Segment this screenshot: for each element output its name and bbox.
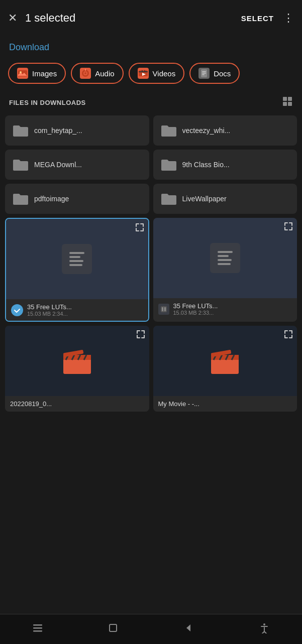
svg-rect-22 — [161, 306, 167, 312]
svg-rect-39 — [33, 624, 42, 626]
selection-count: 1 selected — [25, 12, 241, 25]
back-icon — [183, 622, 194, 636]
grid-view-icon[interactable] — [282, 96, 293, 109]
video-icon — [138, 68, 149, 79]
svg-point-2 — [20, 71, 22, 73]
file-info: 35 Free LUTs... 15.03 MB 2:34... — [6, 299, 148, 321]
file-size-date: 15.03 MB 2:34... — [27, 311, 143, 317]
zip-file-icon — [62, 244, 92, 274]
images-label: Images — [32, 69, 57, 78]
file-meta: 20220819_0... — [10, 400, 144, 408]
filter-audio[interactable]: Audio — [71, 63, 123, 84]
bottom-navigation — [0, 614, 302, 644]
video-file-item[interactable]: 20220819_0... — [5, 326, 149, 412]
folder-name: LiveWallpaper — [182, 195, 227, 203]
folder-name: com_heytap_... — [34, 126, 82, 135]
svg-point-6 — [84, 72, 86, 74]
expand-icon[interactable] — [135, 223, 144, 234]
svg-rect-18 — [283, 97, 287, 101]
docs-icon — [198, 68, 210, 79]
selected-checkmark — [11, 304, 23, 316]
folder-name: pdftoimage — [34, 195, 69, 203]
docs-label: Docs — [214, 69, 231, 78]
images-icon — [17, 68, 28, 79]
filter-images[interactable]: Images — [8, 63, 66, 84]
svg-point-44 — [263, 623, 265, 625]
filter-docs[interactable]: Docs — [189, 63, 240, 84]
hamburger-icon — [32, 622, 43, 636]
file-name: My Movie - -... — [158, 400, 292, 408]
svg-rect-16 — [202, 73, 206, 74]
folder-item[interactable]: pdftoimage — [5, 184, 149, 214]
file-info: 20220819_0... — [5, 396, 149, 412]
svg-rect-41 — [33, 630, 42, 632]
select-button[interactable]: SELECT — [241, 14, 274, 23]
partial-video-row: 20220819_0... My Movie - -... — [0, 326, 302, 412]
svg-rect-17 — [202, 74, 205, 75]
folder-name: 9th Class Bio... — [182, 161, 230, 169]
svg-rect-40 — [33, 627, 42, 629]
video-file-item[interactable]: My Movie - -... — [153, 326, 297, 412]
file-name: 35 Free LUTs... — [173, 302, 292, 310]
square-icon — [108, 622, 119, 636]
nav-accessibility-button[interactable] — [227, 622, 302, 636]
accessibility-icon — [259, 622, 270, 636]
video-thumbnail — [153, 326, 297, 396]
close-button[interactable]: ✕ — [8, 12, 17, 25]
expand-icon[interactable] — [136, 330, 145, 341]
file-meta: 35 Free LUTs... 15.03 MB 2:33... — [173, 302, 292, 316]
folder-item[interactable]: MEGA Downl... — [5, 150, 149, 180]
audio-icon — [80, 68, 91, 79]
more-menu-button[interactable]: ⋮ — [283, 12, 294, 25]
file-name: 35 Free LUTs... — [27, 303, 143, 311]
folder-item[interactable]: vecteezy_whi... — [153, 115, 297, 146]
nav-back-button[interactable] — [151, 622, 227, 636]
download-link[interactable]: Download — [0, 36, 302, 61]
folder-item[interactable]: com_heytap_... — [5, 115, 149, 146]
file-grid: com_heytap_... vecteezy_whi... MEGA Down… — [0, 115, 302, 214]
section-title: FILES IN DOWNLOADS — [9, 99, 86, 106]
folder-item[interactable]: 9th Class Bio... — [153, 150, 297, 180]
svg-rect-23 — [162, 307, 163, 311]
file-meta: 35 Free LUTs... 15.03 MB 2:34... — [27, 303, 143, 317]
file-info: My Movie - -... — [153, 396, 297, 412]
file-thumbnail — [6, 219, 148, 299]
file-name: 20220819_0... — [10, 400, 144, 408]
file-type-icon — [158, 304, 169, 315]
file-item-selected[interactable]: 35 Free LUTs... 15.03 MB 2:34... — [5, 218, 149, 322]
svg-rect-21 — [288, 102, 292, 106]
svg-rect-20 — [283, 102, 287, 106]
clapperboard-icon — [209, 347, 241, 375]
svg-rect-19 — [288, 97, 292, 101]
filter-row: Images Audio Videos — [0, 61, 302, 92]
video-thumbnail — [5, 326, 149, 396]
expand-icon[interactable] — [284, 222, 293, 233]
svg-rect-15 — [202, 71, 206, 72]
svg-rect-42 — [110, 624, 117, 631]
nav-menu-button[interactable] — [0, 622, 75, 636]
svg-rect-7 — [85, 69, 86, 71]
zip-file-icon — [210, 243, 240, 273]
expand-icon[interactable] — [284, 330, 293, 341]
folder-name: MEGA Downl... — [34, 161, 82, 169]
audio-label: Audio — [95, 69, 114, 78]
folder-name: vecteezy_whi... — [182, 126, 231, 135]
file-size-date: 15.03 MB 2:33... — [173, 310, 292, 316]
nav-home-button[interactable] — [75, 622, 151, 636]
svg-rect-24 — [164, 307, 166, 311]
file-meta: My Movie - -... — [158, 400, 292, 408]
file-info: 35 Free LUTs... 15.03 MB 2:33... — [153, 298, 297, 320]
section-header: FILES IN DOWNLOADS — [0, 92, 302, 115]
filter-videos[interactable]: Videos — [129, 63, 185, 84]
svg-marker-43 — [186, 624, 190, 631]
file-thumbnail — [153, 218, 297, 298]
clapperboard-icon — [61, 347, 93, 375]
file-item[interactable]: 35 Free LUTs... 15.03 MB 2:33... — [153, 218, 297, 322]
app-header: ✕ 1 selected SELECT ⋮ — [0, 0, 302, 36]
videos-label: Videos — [153, 69, 176, 78]
folder-item[interactable]: LiveWallpaper — [153, 184, 297, 214]
